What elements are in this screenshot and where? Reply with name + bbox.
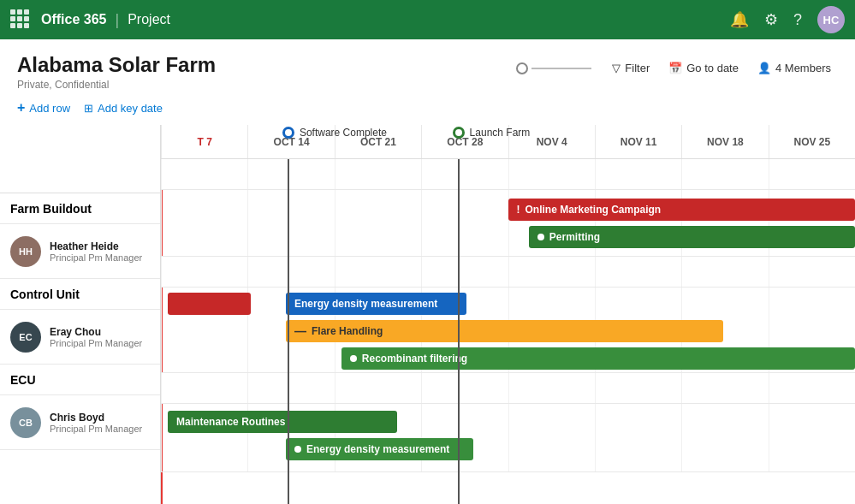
section-title-control: Control Unit	[10, 288, 80, 301]
grid-control-header	[161, 257, 855, 287]
slider-circle	[516, 62, 528, 74]
task-label-permitting: Permitting	[549, 231, 600, 243]
task-dot-recombinant	[350, 355, 357, 362]
calendar-plus-icon: ⊞	[84, 102, 93, 115]
avatar-chris: CB	[10, 407, 41, 438]
exclaim-icon: !	[517, 204, 520, 216]
toolbar: + Add row ⊞ Add key date	[0, 91, 855, 122]
milestone-label-software: Software Complete	[300, 127, 387, 139]
nav-separator: |	[115, 11, 119, 29]
project-info: Alabama Solar Farm Private, Confidential	[17, 53, 216, 91]
section-header-farm: Farm Buildout	[0, 193, 160, 224]
person-row-heather: HH Heather Heide Principal Pm Manager	[0, 224, 160, 279]
task-label-maintenance: Maintenance Routines	[176, 416, 285, 428]
header-actions: ▽ Filter 📅 Go to date 👤 4 Members	[516, 58, 838, 78]
task-maintenance[interactable]: Maintenance Routines	[168, 411, 397, 433]
calendar-icon: 📅	[668, 62, 682, 74]
section-title-ecu: ECU	[10, 373, 36, 387]
task-red-control[interactable]	[168, 293, 251, 315]
task-label-recombinant: Recombinant filtering	[362, 353, 467, 365]
left-panel: Farm Buildout HH Heather Heide Principal…	[0, 125, 161, 504]
date-header: T 7 OCT 14 OCT 21 OCT 28 NOV 4 NOV 11 NO…	[161, 125, 855, 159]
add-key-date-label: Add key date	[98, 102, 163, 115]
goto-label: Go to date	[686, 62, 739, 74]
slider-line	[531, 68, 591, 69]
avatar-eray: EC	[10, 322, 41, 353]
avatar-heather: HH	[10, 236, 41, 267]
members-label: 4 Members	[775, 62, 831, 74]
gantt-outer: Farm Buildout HH Heather Heide Principal…	[0, 125, 855, 504]
milestone-dot-software	[282, 127, 294, 139]
gantt-area: T 7 OCT 14 OCT 21 OCT 28 NOV 4 NOV 11 NO…	[161, 125, 855, 504]
task-energy-density-control[interactable]: Energy density measurement	[286, 293, 466, 315]
members-icon: 👤	[757, 62, 771, 74]
person-role-eray: Principal Pm Manager	[50, 338, 142, 348]
dash-icon-flare: —	[294, 324, 306, 338]
date-col-t7: T 7	[161, 125, 247, 158]
person-info-eray: Eray Chou Principal Pm Manager	[50, 326, 142, 348]
person-name-heather: Heather Heide	[50, 240, 142, 252]
milestone-label-launch: Launch Farm	[470, 127, 531, 139]
bell-icon[interactable]: 🔔	[730, 10, 749, 29]
task-energy-density-ecu[interactable]: Energy density measurement	[286, 438, 473, 460]
milestone-software: Software Complete	[282, 127, 387, 139]
nav-project-label: Project	[128, 12, 170, 27]
person-name-eray: Eray Chou	[50, 326, 142, 338]
person-row-eray: EC Eray Chou Principal Pm Manager	[0, 310, 160, 365]
add-key-date-button[interactable]: ⊞ Add key date	[84, 98, 163, 118]
user-avatar[interactable]: HC	[817, 6, 845, 33]
gear-icon[interactable]: ⚙	[764, 10, 778, 29]
gantt-section-farm	[161, 159, 855, 190]
filter-button[interactable]: ▽ Filter	[605, 58, 656, 78]
project-subtitle: Private, Confidential	[17, 79, 216, 91]
office365-label[interactable]: Office 365	[41, 12, 106, 27]
milestone-dot-launch	[453, 127, 465, 139]
person-info-heather: Heather Heide Principal Pm Manager	[50, 240, 142, 263]
gantt-row-eray: Energy density measurement — Flare Handl…	[161, 288, 855, 373]
task-online-marketing[interactable]: ! Online Marketing Campaign	[508, 199, 856, 221]
gantt-section-ecu	[161, 373, 855, 404]
timeline-slider[interactable]	[516, 62, 591, 74]
filter-label: Filter	[625, 62, 650, 74]
section-header-control: Control Unit	[0, 279, 160, 310]
person-info-chris: Chris Boyd Principal Pm Manager	[50, 412, 142, 434]
task-dot-energy-ecu	[294, 446, 301, 453]
milestone-launch: Launch Farm	[453, 127, 531, 139]
task-label-energy-ecu: Energy density measurement	[306, 443, 449, 455]
gantt-section-control	[161, 257, 855, 288]
task-permitting[interactable]: Permitting	[529, 226, 855, 248]
task-recombinant[interactable]: Recombinant filtering	[341, 347, 855, 370]
person-row-chris: CB Chris Boyd Principal Pm Manager	[0, 395, 160, 450]
person-role-heather: Principal Pm Manager	[50, 252, 142, 263]
person-role-chris: Principal Pm Manager	[50, 424, 142, 434]
task-dot-permitting	[537, 234, 544, 240]
section-title-farm: Farm Buildout	[10, 202, 92, 216]
project-title: Alabama Solar Farm	[17, 53, 216, 77]
gantt-row-chris: Maintenance Routines Energy density meas…	[161, 404, 855, 472]
person-name-chris: Chris Boyd	[50, 412, 142, 424]
section-header-ecu: ECU	[0, 365, 160, 395]
grid-farm	[161, 159, 855, 189]
members-button[interactable]: 👤 4 Members	[751, 58, 838, 78]
page-header: Alabama Solar Farm Private, Confidential…	[0, 39, 855, 91]
task-label-flare: Flare Handling	[312, 325, 383, 337]
top-nav: Office 365 | Project 🔔 ⚙ ? HC	[0, 0, 855, 39]
help-icon[interactable]: ?	[793, 11, 802, 29]
goto-date-button[interactable]: 📅 Go to date	[662, 58, 745, 78]
add-row-button[interactable]: + Add row	[17, 98, 70, 118]
filter-icon: ▽	[612, 62, 620, 74]
add-row-label: Add row	[29, 102, 70, 115]
date-col-nov18: NOV 18	[681, 125, 768, 158]
app-launcher-icon[interactable]	[10, 9, 31, 30]
task-label-online-marketing: Online Marketing Campaign	[525, 204, 662, 216]
gantt-row-heather: ! Online Marketing Campaign Permitting	[161, 190, 855, 257]
plus-icon: +	[17, 100, 25, 116]
task-flare-handling[interactable]: — Flare Handling	[286, 320, 723, 342]
task-label-energy-control: Energy density measurement	[294, 298, 437, 310]
date-col-nov11: NOV 11	[595, 125, 681, 158]
date-col-nov25: NOV 25	[769, 125, 855, 158]
grid-ecu-header	[161, 373, 855, 403]
